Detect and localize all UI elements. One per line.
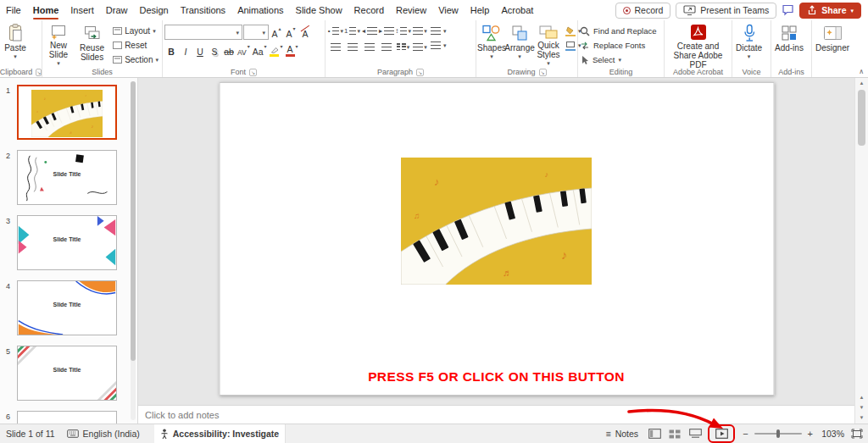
language-selector[interactable]: English (India) xyxy=(61,424,146,443)
dialog-launcher-icon[interactable]: ↘ xyxy=(539,69,547,76)
previous-slide-button[interactable]: ▲ xyxy=(855,392,868,402)
strikethrough-button[interactable]: ab xyxy=(222,43,236,58)
dialog-launcher-icon[interactable]: ↘ xyxy=(416,69,424,76)
shrink-font-button[interactable]: A▾ xyxy=(284,25,298,40)
dialog-launcher-icon[interactable]: ↘ xyxy=(36,69,42,76)
panel-scrollbar-thumb[interactable] xyxy=(131,81,136,361)
slide-show-view-button[interactable] xyxy=(715,426,728,441)
decrease-indent-button[interactable]: ◂ xyxy=(361,25,377,37)
thumbnail-canvas[interactable]: Slide Title xyxy=(17,346,117,401)
fit-slide-to-window-button[interactable] xyxy=(849,429,868,439)
notes-pane[interactable]: Click to add notes xyxy=(138,405,854,424)
columns-button[interactable]: ▾ xyxy=(395,41,411,53)
create-share-pdf-button[interactable]: Create and Share Adobe PDF xyxy=(666,22,730,66)
font-size-combo[interactable]: ▾ xyxy=(243,25,269,40)
thumbnail-canvas[interactable]: Slide Title xyxy=(17,215,117,270)
record-button[interactable]: Record xyxy=(615,3,671,19)
collapse-ribbon-icon[interactable]: ∧ xyxy=(859,68,864,75)
slide-thumbnail-2[interactable]: 2 Slide Title xyxy=(0,150,129,205)
zoom-level[interactable]: 103% xyxy=(819,429,844,439)
tab-transitions[interactable]: Transitions xyxy=(175,0,231,20)
reading-view-button[interactable] xyxy=(685,424,705,443)
bold-button[interactable]: B xyxy=(164,43,178,58)
font-color-button[interactable]: A ▾ xyxy=(285,43,299,58)
quick-styles-button[interactable]: Quick Styles ▾ xyxy=(534,22,563,66)
character-spacing-button[interactable]: AV▾ xyxy=(236,43,251,58)
slide-caption-text[interactable]: PRESS F5 OR CLICK ON THIS BUTTON xyxy=(220,369,773,385)
select-button[interactable]: Select ▾ xyxy=(580,53,656,66)
line-spacing-button[interactable]: ↕▾ xyxy=(395,25,411,37)
find-replace-button[interactable]: Find and Replace xyxy=(580,25,656,37)
slide-indicator[interactable]: Slide 1 of 11 xyxy=(0,424,61,443)
underline-button[interactable]: U xyxy=(193,43,207,58)
piano-keys-image[interactable] xyxy=(401,158,593,285)
tab-view[interactable]: View xyxy=(432,0,465,20)
accessibility-status[interactable]: Accessibility: Investigate xyxy=(154,424,286,443)
comments-icon[interactable] xyxy=(782,4,794,16)
slide-thumbnail-5[interactable]: 5 Slide Title xyxy=(0,346,129,401)
bullets-button[interactable]: •▾ xyxy=(327,25,343,37)
shapes-button[interactable]: Shapes ▾ xyxy=(478,22,505,66)
thumbnail-canvas[interactable]: Slide Title xyxy=(17,150,117,205)
change-case-button[interactable]: Aa▾ xyxy=(252,43,268,58)
zoom-slider[interactable] xyxy=(754,433,802,435)
justify-button[interactable] xyxy=(378,41,394,53)
scroll-down-icon[interactable]: ▼ xyxy=(855,413,868,423)
clear-formatting-button[interactable]: A xyxy=(298,25,312,40)
align-text-button[interactable]: ▾ xyxy=(412,41,428,53)
tab-record[interactable]: Record xyxy=(348,0,390,20)
grow-font-button[interactable]: A▴ xyxy=(270,25,283,40)
arrange-button[interactable]: Arrange ▾ xyxy=(506,22,533,66)
text-highlight-button[interactable]: ▾ xyxy=(269,43,284,58)
convert-to-smartart-button[interactable]: ▾ xyxy=(429,39,448,52)
tab-acrobat[interactable]: Acrobat xyxy=(495,0,539,20)
notes-toggle[interactable]: ≡ Notes xyxy=(600,424,645,443)
present-in-teams-button[interactable]: Present in Teams xyxy=(676,3,776,19)
text-direction-button[interactable]: ▾ xyxy=(412,25,428,37)
scrollbar-thumb[interactable] xyxy=(858,90,865,146)
text-direction-menu-button[interactable]: ▾ xyxy=(429,25,448,37)
slide-thumbnail-1[interactable]: 1 xyxy=(0,85,129,140)
zoom-out-button[interactable]: − xyxy=(743,429,748,439)
thumbnail-canvas[interactable] xyxy=(17,85,117,140)
font-name-combo[interactable]: ▾ xyxy=(164,25,242,40)
numbering-button[interactable]: 1▾ xyxy=(344,25,360,37)
section-button[interactable]: Section ▾ xyxy=(111,53,160,66)
panel-scrollbar[interactable] xyxy=(131,81,136,420)
slide-thumbnail-3[interactable]: 3 Slide Title xyxy=(0,215,129,270)
addins-button[interactable]: Add-ins xyxy=(773,22,805,66)
align-left-button[interactable] xyxy=(327,41,343,53)
next-slide-button[interactable]: ▼ xyxy=(855,402,868,413)
reset-button[interactable]: Reset xyxy=(111,39,160,52)
tab-slide-show[interactable]: Slide Show xyxy=(290,0,348,20)
zoom-in-button[interactable]: + xyxy=(808,429,813,439)
dictate-button[interactable]: Dictate ▾ xyxy=(734,22,764,66)
scroll-up-icon[interactable]: ▲ xyxy=(855,78,868,88)
share-button[interactable]: Share ▾ xyxy=(799,3,861,19)
tab-design[interactable]: Design xyxy=(133,0,174,20)
tab-insert[interactable]: Insert xyxy=(64,0,100,20)
tab-animations[interactable]: Animations xyxy=(231,0,289,20)
slide-canvas[interactable]: PRESS F5 OR CLICK ON THIS BUTTON xyxy=(219,82,774,396)
text-shadow-button[interactable]: S xyxy=(208,43,221,58)
layout-button[interactable]: Layout ▾ xyxy=(111,25,160,37)
tab-draw[interactable]: Draw xyxy=(100,0,134,20)
reuse-slides-button[interactable]: Reuse Slides xyxy=(74,22,110,66)
dialog-launcher-icon[interactable]: ↘ xyxy=(249,69,257,76)
align-right-button[interactable] xyxy=(361,41,377,53)
tab-home[interactable]: Home xyxy=(27,0,65,20)
tab-review[interactable]: Review xyxy=(390,0,432,20)
paste-button[interactable]: Paste ▾ xyxy=(2,22,29,66)
align-center-button[interactable] xyxy=(344,41,360,53)
zoom-slider-thumb[interactable] xyxy=(776,429,780,438)
replace-fonts-button[interactable]: Replace Fonts xyxy=(580,39,656,52)
tab-help[interactable]: Help xyxy=(465,0,496,20)
slide-sorter-view-button[interactable] xyxy=(665,424,685,443)
tab-file[interactable]: File xyxy=(0,0,27,20)
slide-thumbnail-4[interactable]: 4 Slide Title xyxy=(0,280,129,335)
thumbnail-canvas[interactable] xyxy=(17,411,117,424)
slide-thumbnail-6[interactable]: 6 xyxy=(0,411,129,424)
increase-indent-button[interactable]: ▸ xyxy=(378,25,394,37)
thumbnail-canvas[interactable]: Slide Title xyxy=(17,280,117,335)
new-slide-button[interactable]: New Slide ▾ xyxy=(44,22,73,66)
